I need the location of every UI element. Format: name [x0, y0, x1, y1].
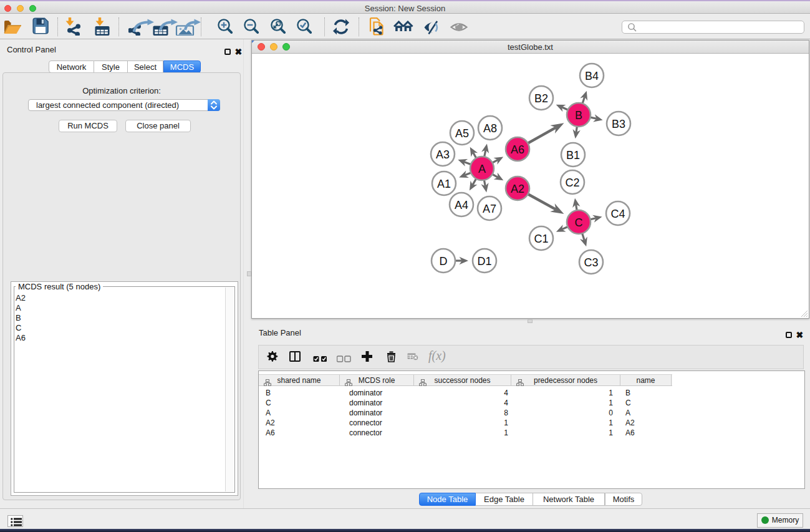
svg-text:B4: B4 — [585, 70, 599, 82]
svg-text:A5: A5 — [455, 127, 469, 140]
svg-text:A8: A8 — [483, 122, 497, 135]
svg-text:C3: C3 — [584, 256, 598, 269]
svg-text:A7: A7 — [483, 203, 496, 215]
svg-text:B3: B3 — [612, 118, 625, 130]
svg-text:D1: D1 — [477, 255, 491, 268]
svg-text:D: D — [440, 255, 448, 268]
svg-text:A1: A1 — [437, 178, 451, 190]
svg-text:A6: A6 — [511, 143, 524, 156]
svg-text:A2: A2 — [511, 183, 524, 195]
svg-text:B2: B2 — [534, 92, 548, 105]
svg-text:C4: C4 — [610, 208, 625, 220]
svg-text:B1: B1 — [566, 149, 580, 162]
svg-text:C1: C1 — [534, 233, 548, 245]
svg-text:C2: C2 — [565, 177, 579, 189]
svg-text:A4: A4 — [455, 199, 468, 211]
svg-text:C: C — [575, 216, 583, 229]
svg-text:A: A — [478, 163, 486, 175]
svg-text:B: B — [575, 109, 582, 122]
svg-text:A3: A3 — [436, 148, 450, 161]
